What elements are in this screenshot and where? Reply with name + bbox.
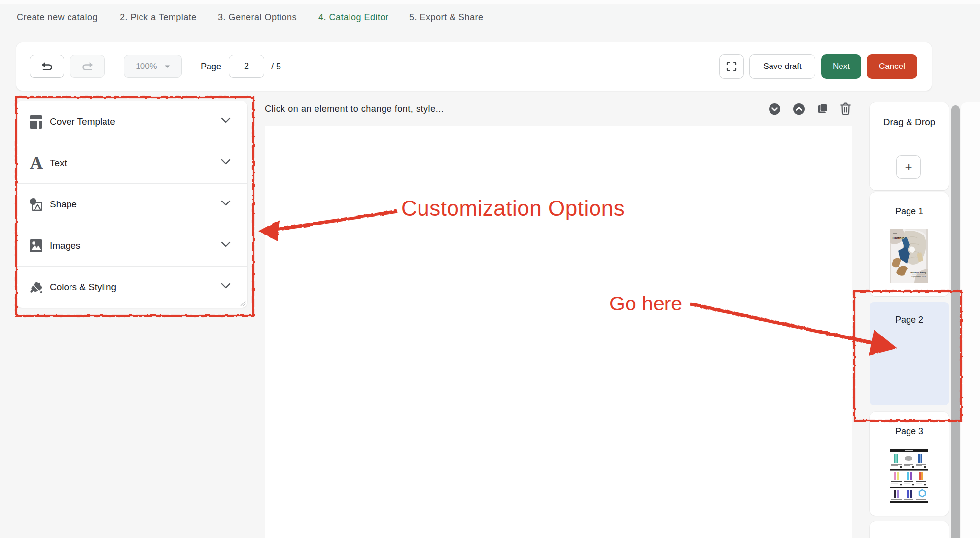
svg-text:September 2023: September 2023: [911, 275, 926, 278]
svg-text:Weekly Catalog: Weekly Catalog: [910, 271, 926, 274]
